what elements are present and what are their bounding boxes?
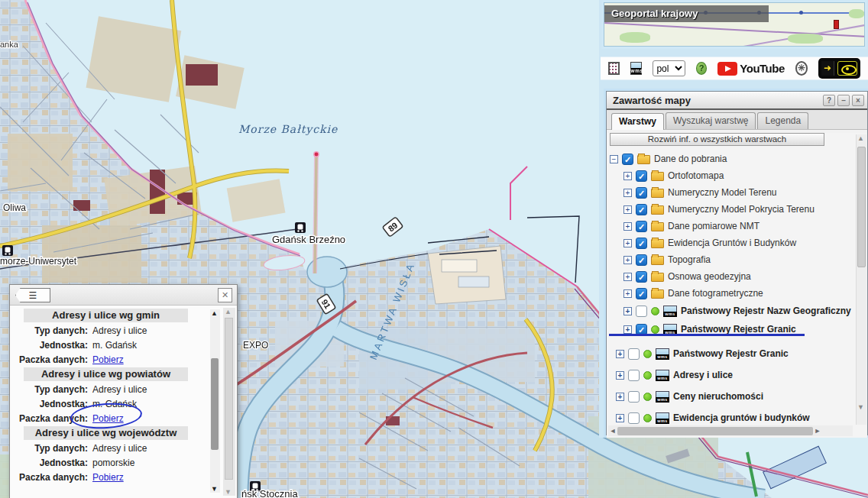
tree-item-osnowa[interactable]: Osnowa geodezyjna xyxy=(623,268,852,285)
tab-warstwy[interactable]: Warstwy xyxy=(611,113,664,130)
folder-icon xyxy=(651,172,664,181)
panel-minimize-button[interactable]: – xyxy=(837,95,850,106)
expand-all-layers-button[interactable]: Rozwiń inf. o wszystkich warstwach xyxy=(610,133,824,146)
expand-icon[interactable] xyxy=(623,307,632,315)
attribute-table-icon[interactable] xyxy=(608,62,620,75)
popup-scrollbar[interactable]: ▲ ▼ xyxy=(223,308,235,496)
layer-label: Topografia xyxy=(668,254,711,265)
results-list-icon[interactable]: ☰ xyxy=(15,288,50,302)
scroll-thumb[interactable] xyxy=(857,147,866,267)
contrast-arrow-icon[interactable]: ➜ xyxy=(821,61,834,76)
scroll-up-icon[interactable]: ▲ xyxy=(857,134,864,142)
layer-checkbox[interactable] xyxy=(636,221,647,232)
row-label: Paczka danych: xyxy=(16,354,92,365)
panel-tabs: Warstwy Wyszukaj warstwę Legenda xyxy=(607,110,867,130)
popup-close-button[interactable]: ✕ xyxy=(218,288,232,302)
layer-checkbox[interactable] xyxy=(628,370,640,381)
tree-item-nmpt[interactable]: Numeryczny Model Pokrycia Terenu xyxy=(623,201,852,218)
anka-label: anka xyxy=(0,40,19,49)
expand-icon[interactable] xyxy=(623,289,632,298)
download-link[interactable]: Pobierz xyxy=(92,472,124,483)
panel-title-bar[interactable]: Zawartość mapy ? – × xyxy=(607,92,867,110)
popup-list-scrollbar[interactable]: ▲ ▼ xyxy=(210,309,220,493)
tree-item-ceny[interactable]: Ceny nieruchomości xyxy=(616,386,852,407)
tree-item-dane-do-pobrania[interactable]: Dane do pobrania xyxy=(610,150,852,167)
layer-label: Ortofotomapa xyxy=(668,170,724,181)
panel-close-button[interactable]: × xyxy=(852,95,864,106)
row-value: m. Gdańsk xyxy=(92,340,137,351)
expand-icon[interactable] xyxy=(623,205,632,214)
layer-label: Osnowa geodezyjna xyxy=(668,271,751,282)
scroll-down-icon[interactable]: ▼ xyxy=(211,485,218,493)
panel-help-button[interactable]: ? xyxy=(823,95,835,106)
layer-checkbox[interactable] xyxy=(636,187,647,199)
minimap-location-marker xyxy=(834,20,839,29)
expand-icon[interactable] xyxy=(623,239,632,247)
layer-checkbox[interactable] xyxy=(628,348,640,360)
scroll-thumb[interactable] xyxy=(617,427,813,435)
language-select[interactable]: pol xyxy=(653,60,685,76)
wms-icon[interactable]: wms xyxy=(630,62,643,75)
status-dot-icon xyxy=(643,350,652,358)
layer-checkbox[interactable] xyxy=(628,391,640,403)
layer-checkbox[interactable] xyxy=(636,288,647,299)
scroll-left-icon[interactable]: ◄ xyxy=(608,427,617,435)
oliwa-label: Oliwa xyxy=(3,202,26,213)
help-icon[interactable]: ? xyxy=(696,62,707,75)
scroll-down-icon[interactable]: ▼ xyxy=(857,403,864,411)
tree-item-nmt[interactable]: Numeryczny Model Terenu xyxy=(623,184,852,201)
tree-item-ortofotomapa[interactable]: Ortofotomapa xyxy=(623,167,852,184)
layer-checkbox[interactable] xyxy=(636,204,647,215)
layer-checkbox[interactable] xyxy=(636,170,647,182)
download-link[interactable]: Pobierz xyxy=(92,354,124,365)
contrast-eye-icon[interactable] xyxy=(837,61,857,76)
expand-icon[interactable] xyxy=(616,393,624,401)
status-dot-icon xyxy=(643,393,652,401)
scroll-thumb[interactable] xyxy=(211,358,219,450)
layer-label: Numeryczny Model Terenu xyxy=(668,187,777,198)
layer-checkbox[interactable] xyxy=(636,238,647,249)
tab-legenda[interactable]: Legenda xyxy=(757,112,808,129)
vertical-scrollbar[interactable]: ▲ ▼ xyxy=(856,134,866,425)
panel-title: Zawartość mapy xyxy=(613,95,821,106)
data-row: Typ danych: Adresy i ulice xyxy=(16,382,209,396)
scroll-right-icon[interactable]: ► xyxy=(813,427,822,435)
popup-body: Adresy i ulice wg gmin Typ danych: Adres… xyxy=(10,306,237,498)
wms-layer-icon xyxy=(663,306,677,317)
overview-minimap[interactable]: Geoportal krajowy xyxy=(604,2,865,47)
expand-icon[interactable] xyxy=(623,325,632,334)
tree-item-dane-pomiarowe[interactable]: Dane pomiarowe NMT xyxy=(623,218,852,234)
layer-checkbox[interactable] xyxy=(636,254,647,266)
data-row: Typ danych: Adresy i ulice xyxy=(16,323,209,338)
expand-icon[interactable] xyxy=(616,350,624,358)
expand-icon[interactable] xyxy=(623,189,632,197)
expand-icon[interactable] xyxy=(616,414,624,422)
data-row: Jednostka: pomorskie xyxy=(16,455,209,470)
expand-icon[interactable] xyxy=(623,256,632,264)
expand-icon[interactable] xyxy=(623,273,632,281)
layer-checkbox[interactable] xyxy=(622,154,633,165)
expand-icon[interactable] xyxy=(623,222,632,231)
tree-item-prg[interactable]: Państwowy Rejestr Granic xyxy=(616,343,852,364)
tree-item-adresy[interactable]: Adresy i ulice xyxy=(616,364,852,386)
layer-checkbox[interactable] xyxy=(636,271,647,283)
tree-item-prng[interactable]: Państwowy Rejestr Nazw Geograficzny xyxy=(623,302,852,320)
settings-wheel-icon[interactable]: ✳ xyxy=(795,61,808,76)
tab-wyszukaj-warstwe[interactable]: Wyszukaj warstwę xyxy=(666,112,756,129)
expand-icon[interactable] xyxy=(623,172,632,180)
collapse-icon[interactable] xyxy=(610,155,618,163)
horizontal-scrollbar[interactable]: ◄ ► xyxy=(608,425,853,436)
tree-item-egib-folder[interactable]: Ewidencja Gruntów i Budynków xyxy=(623,234,852,251)
expand-icon[interactable] xyxy=(616,371,624,380)
youtube-link[interactable]: YouTube xyxy=(717,62,784,76)
overview-title: Geoportal krajowy xyxy=(604,5,769,22)
layer-label: Dane pomiarowe NMT xyxy=(668,221,760,231)
layer-checkbox[interactable] xyxy=(636,306,647,317)
scroll-down-icon[interactable]: ▼ xyxy=(225,488,232,496)
tree-item-fotogrametryczne[interactable]: Dane fotogrametryczne xyxy=(623,285,852,302)
scroll-up-icon[interactable]: ▲ xyxy=(225,308,232,315)
tree-item-topografia[interactable]: Topografia xyxy=(623,251,852,268)
layer-checkbox[interactable] xyxy=(628,412,640,424)
scroll-thumb[interactable] xyxy=(225,318,233,480)
scroll-up-icon[interactable]: ▲ xyxy=(211,309,218,317)
